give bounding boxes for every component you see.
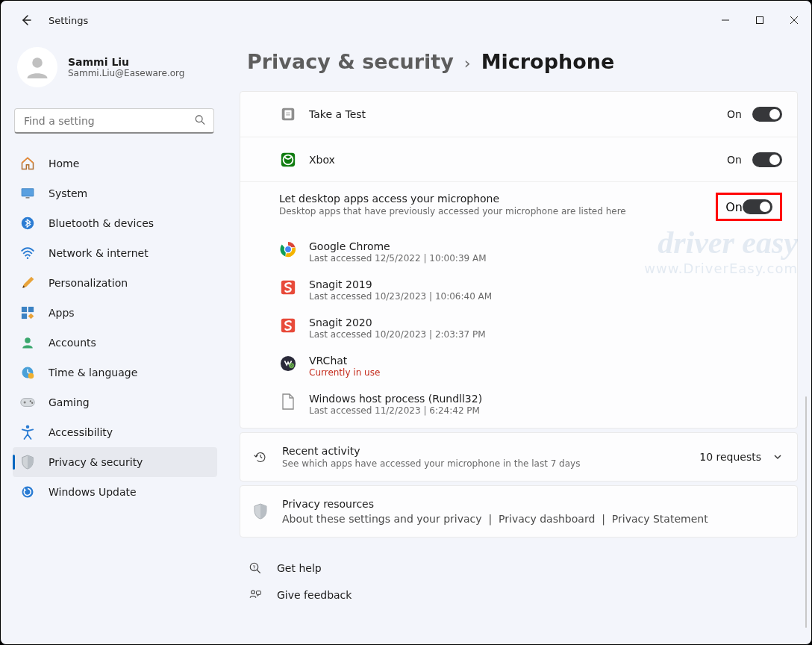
sidebar-item-system[interactable]: System [13, 178, 217, 208]
sidebar-item-gaming[interactable]: Gaming [13, 387, 217, 417]
user-name: Sammi Liu [68, 56, 184, 68]
desktop-app-row: VRChatCurrently in use [279, 347, 782, 385]
sidebar-item-privacy[interactable]: Privacy & security [13, 447, 217, 477]
breadcrumb-parent[interactable]: Privacy & security [247, 50, 454, 73]
network-icon [20, 246, 35, 261]
sidebar-item-network[interactable]: Network & internet [13, 238, 217, 268]
sidebar-item-time[interactable]: Time & language [13, 358, 217, 387]
privacy-icon [20, 455, 35, 470]
profile-block[interactable]: Sammi Liu Sammi.Liu@Easeware.org [13, 40, 217, 95]
toggle-state: On [727, 154, 742, 166]
back-button[interactable] [17, 11, 35, 29]
sidebar-item-home[interactable]: Home [13, 149, 217, 178]
gaming-icon [20, 395, 35, 410]
nav-list: HomeSystemBluetooth & devicesNetwork & i… [13, 149, 217, 507]
resource-link[interactable]: Privacy Statement [612, 513, 708, 525]
desktop-app-name: Snagit 2019 [309, 278, 492, 290]
minimize-button[interactable] [708, 5, 743, 35]
give-feedback-link[interactable]: Give feedback [247, 582, 790, 608]
snagit-icon [279, 278, 297, 296]
svg-rect-26 [284, 110, 291, 119]
svg-point-6 [196, 116, 202, 122]
desktop-app-name: Snagit 2020 [309, 317, 486, 328]
recent-title: Recent activity [282, 445, 699, 457]
svg-rect-15 [22, 314, 27, 319]
desktop-app-sub: Last accessed 10/23/2023 | 10:06:40 AM [309, 291, 492, 302]
resource-link[interactable]: About these settings and your privacy [282, 513, 482, 525]
desktop-apps-section: Let desktop apps access your microphone … [240, 181, 797, 428]
svg-rect-14 [28, 307, 34, 312]
update-icon [20, 484, 35, 499]
home-icon [20, 156, 35, 171]
sidebar-item-label: Home [49, 158, 79, 169]
sidebar-item-label: Time & language [49, 367, 137, 378]
sidebar-item-label: Network & internet [49, 247, 149, 259]
svg-point-22 [31, 402, 33, 404]
scrollbar[interactable] [805, 396, 807, 628]
window-controls [708, 5, 811, 35]
sidebar: Sammi Liu Sammi.Liu@Easeware.org HomeSys… [1, 40, 225, 644]
get-help-label: Get help [277, 562, 322, 574]
sidebar-item-label: Gaming [49, 396, 90, 408]
accounts-icon [20, 335, 35, 350]
minimize-icon [722, 16, 729, 24]
desktop-app-row: Google ChromeLast accessed 12/5/2022 | 1… [279, 233, 782, 271]
desktop-section-title: Let desktop apps access your microphone [279, 193, 716, 205]
desktop-apps-list: Google ChromeLast accessed 12/5/2022 | 1… [279, 233, 782, 423]
breadcrumb-current: Microphone [481, 50, 615, 73]
vrchat-icon [279, 355, 297, 373]
person-icon [24, 54, 51, 81]
desktop-toggle-switch[interactable] [743, 199, 772, 214]
sidebar-item-accessibility[interactable]: Accessibility [13, 417, 217, 447]
desktop-section-subtitle: Desktop apps that have previously access… [279, 206, 716, 216]
svg-text:?: ? [253, 564, 256, 571]
sidebar-item-label: Privacy & security [49, 456, 143, 468]
footer-links: ? Get help Give feedback [240, 541, 798, 608]
sidebar-item-label: Personalization [49, 277, 128, 289]
svg-rect-44 [257, 591, 261, 595]
svg-rect-13 [22, 307, 27, 312]
desktop-app-row: Snagit 2019Last accessed 10/23/2023 | 10… [279, 271, 782, 309]
sidebar-item-apps[interactable]: Apps [13, 298, 217, 328]
app-name: Xbox [309, 154, 727, 166]
system-icon [20, 186, 35, 201]
svg-point-17 [25, 337, 31, 343]
chevron-down-icon [773, 452, 782, 461]
toggle-switch[interactable] [752, 152, 782, 167]
svg-line-42 [257, 570, 260, 573]
desktop-app-sub: Currently in use [309, 367, 380, 378]
file-icon [279, 393, 297, 411]
toggle-switch[interactable] [752, 107, 782, 122]
sidebar-item-bluetooth[interactable]: Bluetooth & devices [13, 208, 217, 238]
breadcrumb: Privacy & security › Microphone [240, 40, 798, 91]
svg-point-11 [22, 217, 34, 230]
close-button[interactable] [777, 5, 811, 35]
recent-activity-card[interactable]: Recent activity See which apps have acce… [240, 432, 798, 482]
sidebar-item-update[interactable]: Windows Update [13, 477, 217, 507]
maximize-icon [756, 16, 763, 24]
desktop-app-row: Snagit 2020Last accessed 10/20/2023 | 2:… [279, 309, 782, 347]
desktop-app-name: Windows host process (Rundll32) [309, 393, 482, 405]
sidebar-item-personalization[interactable]: Personalization [13, 268, 217, 298]
maximize-button[interactable] [743, 5, 777, 35]
desktop-app-sub: Last accessed 10/20/2023 | 2:03:37 PM [309, 329, 486, 340]
store-apps-card: Take a Test On Xbox On Let de [240, 91, 798, 429]
search-input[interactable] [14, 108, 214, 134]
take-a-test-icon [279, 105, 297, 123]
app-row-xbox: Xbox On [240, 137, 797, 181]
toggle-state: On [725, 200, 743, 214]
svg-point-43 [252, 591, 255, 594]
sidebar-item-accounts[interactable]: Accounts [13, 328, 217, 358]
sidebar-item-label: Accounts [49, 337, 96, 349]
apps-icon [20, 305, 35, 320]
desktop-app-name: VRChat [309, 355, 380, 367]
svg-line-7 [202, 122, 204, 125]
title-bar: Settings [1, 1, 811, 40]
recent-count: 10 requests [699, 451, 761, 463]
resource-link[interactable]: Privacy dashboard [499, 513, 595, 525]
privacy-resources-card: Privacy resources About these settings a… [240, 485, 798, 538]
get-help-link[interactable]: ? Get help [247, 555, 790, 582]
resources-title: Privacy resources [282, 498, 782, 510]
arrow-left-icon [20, 14, 32, 26]
recent-subtitle: See which apps have accessed your microp… [282, 458, 699, 469]
